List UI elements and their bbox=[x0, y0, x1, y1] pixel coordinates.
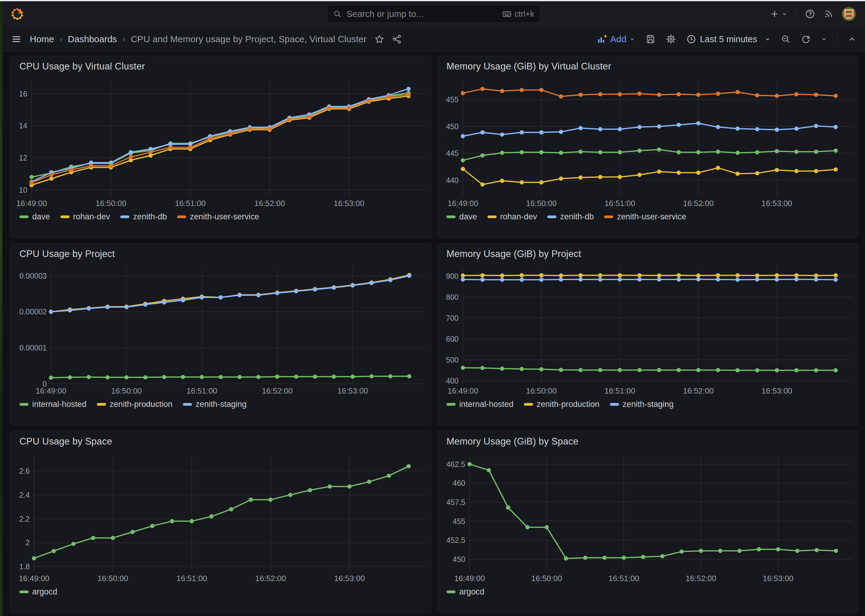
data-point[interactable] bbox=[716, 277, 720, 281]
data-point[interactable] bbox=[598, 368, 602, 372]
data-point[interactable] bbox=[52, 549, 56, 553]
data-point[interactable] bbox=[249, 498, 253, 502]
data-point[interactable] bbox=[91, 536, 95, 540]
legend-item[interactable]: argocd bbox=[19, 587, 57, 597]
data-point[interactable] bbox=[248, 127, 252, 131]
data-point[interactable] bbox=[559, 151, 563, 155]
data-point[interactable] bbox=[736, 151, 740, 155]
data-point[interactable] bbox=[332, 286, 336, 290]
data-point[interactable] bbox=[327, 106, 331, 110]
data-point[interactable] bbox=[539, 278, 544, 282]
legend-item[interactable]: zenith-user-service bbox=[604, 212, 686, 222]
data-point[interactable] bbox=[618, 150, 622, 154]
data-point[interactable] bbox=[696, 273, 700, 278]
data-point[interactable] bbox=[677, 92, 681, 96]
data-point[interactable] bbox=[150, 524, 154, 528]
data-point[interactable] bbox=[124, 305, 128, 309]
data-point[interactable] bbox=[256, 293, 261, 297]
data-point[interactable] bbox=[564, 556, 568, 561]
data-point[interactable] bbox=[287, 117, 291, 121]
data-point[interactable] bbox=[500, 278, 504, 282]
data-point[interactable] bbox=[716, 92, 720, 96]
news-button[interactable] bbox=[824, 9, 833, 19]
data-point[interactable] bbox=[49, 177, 54, 181]
data-point[interactable] bbox=[181, 375, 185, 379]
help-button[interactable] bbox=[805, 9, 815, 19]
data-point[interactable] bbox=[638, 277, 642, 281]
chart-plot[interactable]: 00.000010.000020.0000316:49:0016:50:0016… bbox=[15, 262, 426, 397]
data-point[interactable] bbox=[696, 150, 700, 154]
data-point[interactable] bbox=[162, 300, 167, 305]
data-point[interactable] bbox=[794, 277, 799, 281]
data-point[interactable] bbox=[834, 94, 838, 98]
data-point[interactable] bbox=[638, 149, 642, 153]
data-point[interactable] bbox=[679, 550, 684, 554]
data-point[interactable] bbox=[638, 273, 642, 277]
data-point[interactable] bbox=[539, 130, 544, 134]
panel-title[interactable]: Memory Usage (GiB) by Space bbox=[446, 436, 854, 447]
legend-item[interactable]: zenith-user-service bbox=[177, 212, 259, 222]
panel-title[interactable]: Memory Usage (GiB) by Project bbox=[446, 248, 854, 259]
data-point[interactable] bbox=[328, 484, 332, 489]
data-point[interactable] bbox=[481, 366, 485, 370]
data-point[interactable] bbox=[696, 277, 700, 281]
data-point[interactable] bbox=[49, 310, 53, 314]
data-point[interactable] bbox=[68, 376, 72, 380]
data-point[interactable] bbox=[520, 150, 524, 154]
data-point[interactable] bbox=[89, 164, 93, 168]
data-point[interactable] bbox=[814, 124, 818, 128]
collapse-toolbar-button[interactable] bbox=[848, 35, 856, 43]
data-point[interactable] bbox=[520, 180, 524, 184]
chart-plot[interactable]: 450452.5455457.5460462.516:49:0016:50:00… bbox=[442, 449, 854, 585]
data-point[interactable] bbox=[294, 289, 298, 294]
data-point[interactable] bbox=[598, 150, 602, 154]
data-point[interactable] bbox=[775, 168, 779, 172]
data-point[interactable] bbox=[189, 519, 194, 523]
data-point[interactable] bbox=[268, 127, 272, 131]
legend-item[interactable]: zenith-production bbox=[524, 400, 600, 409]
data-point[interactable] bbox=[288, 493, 293, 497]
data-point[interactable] bbox=[578, 368, 583, 372]
legend-item[interactable]: zenith-staging bbox=[183, 400, 247, 409]
grafana-logo-icon[interactable] bbox=[10, 7, 24, 21]
data-point[interactable] bbox=[677, 123, 681, 127]
data-point[interactable] bbox=[657, 93, 661, 97]
data-point[interactable] bbox=[49, 376, 53, 380]
data-point[interactable] bbox=[598, 92, 602, 96]
data-point[interactable] bbox=[143, 376, 147, 380]
data-point[interactable] bbox=[539, 367, 544, 371]
legend-item[interactable]: dave bbox=[19, 212, 50, 222]
data-point[interactable] bbox=[618, 127, 622, 131]
data-point[interactable] bbox=[834, 168, 838, 172]
data-point[interactable] bbox=[736, 127, 740, 131]
data-point[interactable] bbox=[219, 295, 223, 300]
data-point[interactable] bbox=[618, 368, 622, 372]
data-point[interactable] bbox=[313, 374, 317, 379]
data-point[interactable] bbox=[209, 514, 214, 519]
chart-plot[interactable]: 44044545045516:49:0016:50:0016:51:0016:5… bbox=[442, 74, 854, 210]
mega-menu-toggle[interactable] bbox=[11, 34, 21, 44]
data-point[interactable] bbox=[737, 548, 742, 553]
data-point[interactable] bbox=[407, 464, 411, 468]
data-point[interactable] bbox=[367, 480, 372, 484]
data-point[interactable] bbox=[775, 368, 779, 372]
data-point[interactable] bbox=[578, 277, 583, 281]
data-point[interactable] bbox=[106, 305, 110, 309]
data-point[interactable] bbox=[736, 278, 740, 282]
data-point[interactable] bbox=[736, 172, 740, 176]
data-point[interactable] bbox=[461, 134, 465, 138]
data-point[interactable] bbox=[369, 374, 373, 379]
data-point[interactable] bbox=[30, 175, 34, 179]
data-point[interactable] bbox=[275, 374, 279, 379]
zoom-out-button[interactable] bbox=[781, 34, 791, 44]
data-point[interactable] bbox=[578, 126, 583, 130]
data-point[interactable] bbox=[461, 158, 465, 162]
data-point[interactable] bbox=[638, 173, 642, 177]
data-point[interactable] bbox=[716, 273, 720, 277]
refresh-button[interactable] bbox=[801, 34, 811, 44]
data-point[interactable] bbox=[677, 171, 681, 175]
breadcrumb-dashboards[interactable]: Dashboards bbox=[68, 34, 117, 44]
data-point[interactable] bbox=[387, 474, 391, 478]
data-point[interactable] bbox=[794, 368, 799, 372]
data-point[interactable] bbox=[32, 556, 36, 561]
